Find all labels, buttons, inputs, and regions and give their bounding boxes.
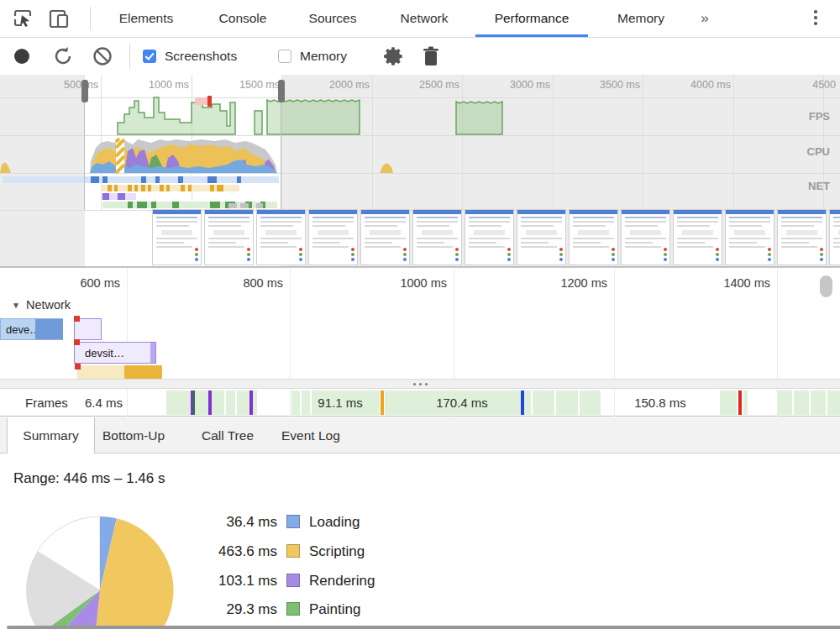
request-error-marker: [75, 364, 81, 370]
legend-value: 29.3 ms: [151, 601, 277, 618]
legend-value: 36.4 ms: [151, 514, 277, 531]
screenshot-thumbnail[interactable]: [621, 209, 670, 265]
tab-network[interactable]: Network: [386, 0, 462, 37]
details-tabbar: Summary Bottom-Up Call Tree Event Log: [0, 417, 840, 453]
request-label: devsit…: [75, 347, 124, 359]
request-bar-solid: [124, 365, 162, 379]
screenshot-thumbnail[interactable]: [777, 209, 827, 265]
clear-button[interactable]: [92, 46, 113, 66]
tab-bottom-up[interactable]: Bottom-Up: [102, 417, 165, 453]
tab-memory[interactable]: Memory: [603, 0, 679, 37]
main-tick: 600 ms: [53, 276, 120, 290]
inspect-element-icon[interactable]: [13, 8, 34, 29]
overview-charts: [0, 75, 840, 210]
timeline-overview[interactable]: 500 ms 1000 ms 1500 ms 2000 ms 2500 ms 3…: [0, 75, 840, 267]
legend-swatch-rendering: [286, 574, 300, 587]
main-tick: 800 ms: [216, 276, 283, 290]
reload-button[interactable]: [52, 45, 74, 67]
toolbar-divider: [90, 7, 91, 30]
legend-swatch-loading: [286, 515, 300, 528]
selection-edge-right: [281, 102, 281, 210]
selection-handle-left[interactable]: [81, 80, 88, 102]
tab-performance[interactable]: Performance: [475, 0, 588, 37]
screenshot-thumbnail[interactable]: [256, 209, 306, 265]
tab-event-log[interactable]: Event Log: [281, 417, 340, 453]
main-tick: 1400 ms: [703, 276, 770, 290]
screenshot-thumbnail[interactable]: [465, 209, 514, 265]
frame-block[interactable]: [743, 391, 748, 415]
selection-handle-right[interactable]: [278, 80, 285, 102]
screenshots-checkbox[interactable]: [143, 50, 156, 63]
tab-sources[interactable]: Sources: [297, 0, 368, 37]
network-request-bar[interactable]: [77, 365, 124, 379]
legend-value: 463.6 ms: [151, 543, 277, 560]
request-bar-solid: [150, 343, 155, 363]
screenshot-thumbnail[interactable]: [152, 209, 202, 265]
main-tick: 1200 ms: [540, 276, 607, 290]
long-task-marker: [195, 97, 207, 105]
legend-value: 103.1 ms: [151, 573, 277, 590]
screenshot-thumbnail[interactable]: [204, 209, 254, 265]
trash-icon[interactable]: [422, 46, 440, 67]
devtools-menu-icon[interactable]: [814, 10, 817, 25]
network-request-bar[interactable]: devsit…: [74, 342, 156, 364]
vertical-scrollbar-thumb[interactable]: [820, 275, 832, 297]
window-bottom-edge: [7, 626, 840, 629]
screenshot-thumbnail[interactable]: [412, 209, 462, 265]
active-tab-underline: [475, 34, 588, 37]
legend-label: Scripting: [309, 543, 365, 560]
legend-label: Rendering: [309, 573, 375, 590]
frame-block[interactable]: [720, 391, 737, 415]
legend-swatch-scripting: [286, 544, 300, 558]
track-splitter-handle[interactable]: [0, 379, 840, 389]
screenshots-label: Screenshots: [165, 49, 237, 64]
frame-duration: 170.4 ms: [424, 391, 500, 415]
request-error-marker: [74, 316, 80, 322]
legend-label: Painting: [309, 601, 360, 618]
tab-call-tree[interactable]: Call Tree: [202, 417, 254, 453]
frame-duration: 91.1 ms: [302, 391, 378, 415]
device-toolbar-icon[interactable]: [48, 8, 71, 29]
screenshot-thumbnail[interactable]: [517, 209, 566, 265]
long-task-marker-cap: [207, 96, 212, 107]
screenshot-thumbnail[interactable]: [673, 209, 722, 265]
record-button[interactable]: [14, 49, 29, 64]
performance-toolbar: Screenshots Memory: [0, 38, 840, 76]
tab-console[interactable]: Console: [207, 0, 279, 37]
tab-summary[interactable]: Summary: [7, 417, 95, 453]
screenshot-thumbnail[interactable]: [569, 209, 618, 265]
toolbar-divider-2: [129, 44, 130, 69]
legend-swatch-painting: [286, 602, 300, 616]
memory-label: Memory: [300, 49, 347, 64]
request-bar-solid: [35, 319, 63, 339]
legend-label: Loading: [309, 514, 360, 531]
devtools-window: Elements Console Sources Network Perform…: [0, 0, 840, 629]
screenshot-thumbnail[interactable]: [829, 209, 840, 265]
flame-chart-pane[interactable]: 600 ms 800 ms 1000 ms 1200 ms 1400 ms ▼ …: [0, 267, 840, 417]
frame-duration: 6.4 ms: [85, 391, 139, 415]
frame-block[interactable]: [166, 391, 257, 415]
screenshot-thumbnail[interactable]: [725, 209, 774, 265]
frame-duration: 150.8 ms: [622, 391, 698, 415]
tab-elements[interactable]: Elements: [110, 0, 182, 37]
main-tick: 1000 ms: [380, 276, 447, 290]
collapse-triangle-icon: ▼: [12, 301, 20, 310]
capture-settings-gear-icon[interactable]: [383, 45, 405, 67]
devtools-tabbar: Elements Console Sources Network Perform…: [0, 0, 840, 38]
selection-edge-left: [84, 102, 85, 210]
request-error-marker: [74, 339, 80, 345]
frames-track-label: Frames: [25, 391, 84, 415]
screenshot-thumbnail[interactable]: [308, 209, 358, 265]
network-section-header[interactable]: ▼ Network: [12, 298, 71, 312]
more-tabs-icon[interactable]: »: [692, 0, 717, 37]
summary-range: Range: 446 ms – 1.46 s: [13, 470, 165, 487]
memory-checkbox[interactable]: [278, 50, 291, 63]
network-section-title: Network: [26, 298, 71, 312]
screenshot-thumbnail[interactable]: [360, 209, 410, 265]
